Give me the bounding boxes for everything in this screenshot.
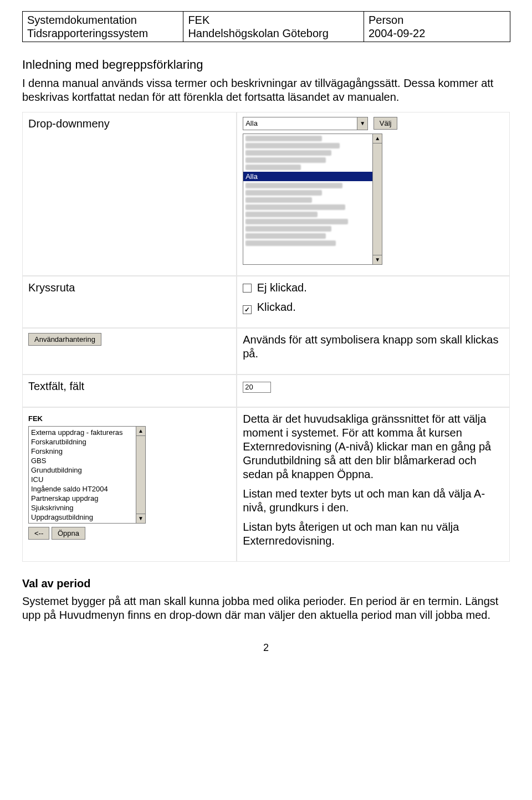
valj-button[interactable]: Välj <box>374 117 398 130</box>
val-av-period-text: Systemet bygger på att man skall kunna j… <box>22 594 510 622</box>
dropdown-label-cell: Drop-downmeny <box>22 112 237 276</box>
anvandarhanterin-button[interactable]: Användarhantering <box>28 333 101 346</box>
scrollbar[interactable]: ▲ ▼ <box>136 427 145 523</box>
fek-listbox[interactable]: ▲ ▼ Externa uppdrag - fakturerasForskaru… <box>28 426 146 524</box>
scrollbar[interactable]: ▲ ▼ <box>372 134 382 264</box>
dropdown-example-cell: Alla ▼ Välj ▲ ▼ Alla <box>237 112 510 276</box>
checkbox-unchecked[interactable] <box>243 284 252 293</box>
dropdown-mockup[interactable]: Alla ▼ <box>243 117 368 130</box>
fek-list-item[interactable]: Ingående saldo HT2004 <box>31 484 135 494</box>
intro-text: I denna manual används vissa termer och … <box>22 76 510 104</box>
textfalt-label-cell: Textfält, fält <box>22 375 237 407</box>
header-col3-line2: 2004-09-22 <box>369 27 505 40</box>
fek-desc-3: Listan byts återigen ut och man kan nu v… <box>243 520 504 548</box>
fek-back-button[interactable]: <-- <box>28 527 49 540</box>
scroll-up-icon[interactable]: ▲ <box>136 427 145 436</box>
fek-list-item[interactable]: Partnerskap uppdrag <box>31 494 135 503</box>
dropdown-label: Drop-downmeny <box>28 117 231 131</box>
fek-desc-1: Detta är det huvudsakliga gränssnittet f… <box>243 412 504 481</box>
button-example-desc: Används för att symbolisera knapp som sk… <box>243 333 504 361</box>
fek-list-item[interactable]: Externa uppdrag - faktureras <box>31 428 135 437</box>
scroll-down-icon[interactable]: ▼ <box>136 514 145 523</box>
textfield-mockup[interactable]: 20 <box>243 382 271 393</box>
fek-list-item[interactable]: Forskarutbildning <box>31 437 135 447</box>
checkbox-checked[interactable] <box>243 305 252 314</box>
kryssruta-example-cell: Ej klickad. Klickad. <box>237 276 510 328</box>
fek-desc-cell: Detta är det huvudsakliga gränssnittet f… <box>237 407 510 562</box>
kryssruta-label: Kryssruta <box>28 281 231 295</box>
definition-table: Drop-downmeny Alla ▼ Välj ▲ ▼ Al <box>22 112 510 562</box>
header-col1-line1: Systemdokumentation <box>27 13 178 27</box>
header-col2-line1: FEK <box>188 13 359 27</box>
document-header: Systemdokumentation Tidsrapporteringssys… <box>22 11 510 42</box>
fek-list-item[interactable]: Grundutbildning <box>31 465 135 475</box>
header-col3-line1: Person <box>369 13 505 27</box>
intro-heading: Inledning med begreppsförklaring <box>22 58 510 72</box>
fek-desc-2: Listan med texter byts ut och man kan då… <box>243 487 504 515</box>
list-item-highlighted[interactable]: Alla <box>243 172 382 181</box>
dropdown-open-list[interactable]: ▲ ▼ Alla <box>243 134 382 265</box>
fek-label: FEK <box>28 412 231 426</box>
scroll-down-icon[interactable]: ▼ <box>373 255 382 264</box>
header-col1-line2: Tidsrapporteringssystem <box>27 27 178 40</box>
button-example-label-cell: Användarhantering <box>22 328 237 375</box>
val-av-period-heading: Val av period <box>22 577 510 590</box>
fek-list-item[interactable]: Sjukskrivning <box>31 503 135 512</box>
fek-list-item[interactable]: ICU <box>31 475 135 484</box>
header-col2-line2: Handelshögskolan Göteborg <box>188 27 359 40</box>
fek-list-item[interactable]: Uppdragsutbildning <box>31 512 135 522</box>
page-number: 2 <box>22 642 510 654</box>
fek-list-item[interactable]: GBS <box>31 456 135 465</box>
textfalt-label: Textfält, fält <box>28 380 231 393</box>
dropdown-selected: Alla <box>245 119 258 127</box>
scroll-up-icon[interactable]: ▲ <box>373 134 382 143</box>
dropdown-arrow-icon[interactable]: ▼ <box>357 117 367 130</box>
ej-klickad-label: Ej klickad. <box>257 281 307 294</box>
klickad-label: Klickad. <box>257 301 296 313</box>
textfalt-example-cell: 20 <box>237 375 510 407</box>
page: Systemdokumentation Tidsrapporteringssys… <box>0 0 532 676</box>
kryssruta-label-cell: Kryssruta <box>22 276 237 328</box>
fek-listbox-cell: FEK ▲ ▼ Externa uppdrag - fakturerasFors… <box>22 407 237 562</box>
fek-open-button[interactable]: Öppna <box>52 527 85 540</box>
button-example-desc-cell: Används för att symbolisera knapp som sk… <box>237 328 510 375</box>
fek-list-item[interactable]: Forskning <box>31 447 135 456</box>
